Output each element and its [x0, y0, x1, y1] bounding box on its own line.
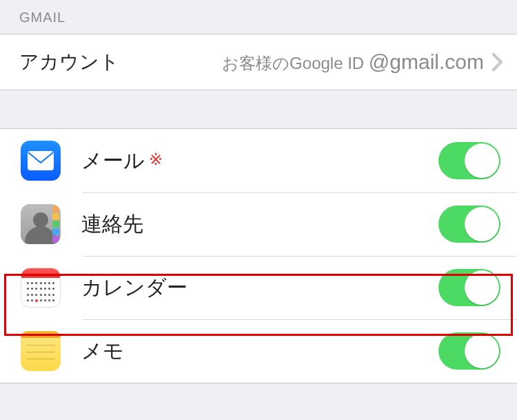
- chevron-right-icon: [492, 53, 503, 71]
- account-value: お客様のGoogle ID @gmail.com: [119, 50, 484, 74]
- calendar-icon: [21, 268, 61, 308]
- mail-label: メール※: [81, 147, 438, 175]
- account-value-prefix: お客様のGoogle ID: [222, 54, 364, 72]
- svg-rect-0: [28, 151, 54, 170]
- service-row-mail: メール※: [21, 129, 517, 192]
- notes-icon: [21, 331, 61, 371]
- section-header-gmail: GMAIL: [0, 0, 517, 34]
- account-value-suffix: @gmail.com: [369, 50, 484, 73]
- service-row-contacts: 連絡先: [21, 192, 517, 256]
- mail-icon: [21, 141, 61, 181]
- calendar-toggle[interactable]: [438, 269, 500, 306]
- account-row[interactable]: アカウント お客様のGoogle ID @gmail.com: [0, 34, 517, 90]
- calendar-label: カレンダー: [81, 274, 438, 302]
- note-asterisk: ※: [149, 150, 163, 168]
- contacts-label: 連絡先: [81, 210, 438, 239]
- calendar-icon-grid: [21, 278, 60, 307]
- account-label: アカウント: [19, 49, 119, 75]
- service-row-calendar: カレンダー: [21, 256, 517, 319]
- notes-label: メモ: [81, 337, 438, 366]
- mail-toggle[interactable]: [438, 142, 500, 179]
- contacts-toggle[interactable]: [438, 206, 500, 243]
- service-row-notes: メモ: [21, 319, 517, 383]
- section-gap: [0, 90, 517, 128]
- notes-toggle[interactable]: [438, 332, 500, 370]
- mail-label-text: メール: [81, 149, 145, 172]
- account-group: アカウント お客様のGoogle ID @gmail.com: [0, 34, 517, 90]
- contacts-icon: [21, 204, 61, 244]
- service-toggle-list: メール※ 連絡先 カレンダー メモ: [0, 128, 517, 383]
